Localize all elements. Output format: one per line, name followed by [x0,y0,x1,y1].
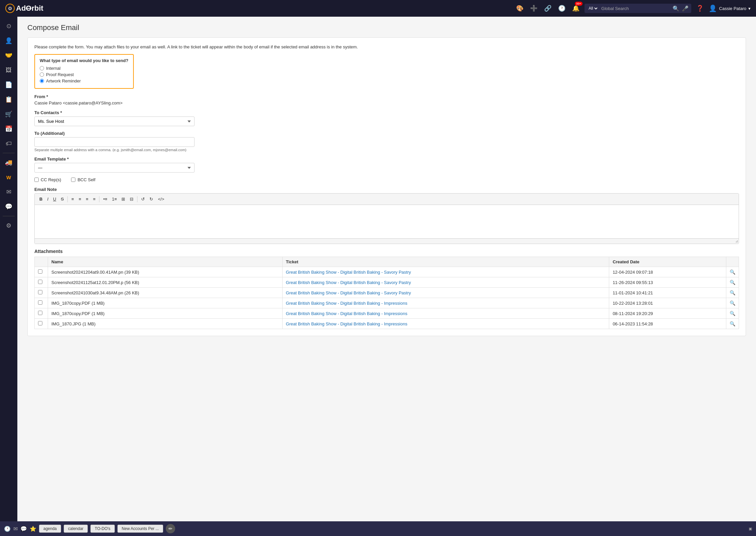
align-right-btn[interactable]: ≡ [84,196,90,203]
bcc-self-checkbox[interactable] [71,178,75,182]
italic-btn[interactable]: I [45,196,50,203]
row-checkbox-0[interactable] [38,269,42,274]
editor-toolbar: B I U S ≡ ≡ ≡ ≡ •≡ 1≡ ⊞ ⊟ [35,194,739,205]
table-row: Screenshot20241204at9.00.41AM.pn (39 KB)… [35,267,739,277]
app-logo[interactable]: ⊙ AdOrbit [5,4,43,13]
sidebar-item-tags[interactable]: 🏷 [2,137,15,150]
radio-artwork-reminder[interactable]: Artwork Reminder [40,78,128,83]
row-ticket: Great British Baking Show - Digital Brit… [282,319,609,329]
taskbar-clock-icon[interactable]: 🕐 [4,526,11,532]
row-date: 11-26-2024 09:55:13 [609,277,726,288]
voice-search-btn[interactable]: 🎤 [682,5,689,12]
bcc-self-option[interactable]: BCC Self [71,177,95,182]
taskbar-tab-todos[interactable]: TO-DO's [90,525,115,533]
to-additional-section: To (Additional) Separate multiple email … [34,131,739,152]
radio-internal-input[interactable] [40,66,44,70]
taskbar-mail-icon[interactable]: ✉ [13,526,18,532]
taskbar-tab-agenda[interactable]: agenda [39,525,61,533]
row-checkbox-2[interactable] [38,290,42,294]
col-date-header: Created Date [609,257,726,267]
outdent-btn[interactable]: ⊟ [128,196,135,203]
row-checkbox-4[interactable] [38,311,42,315]
sidebar-item-deals[interactable]: 🤝 [2,49,15,62]
row-ticket: Great British Baking Show - Digital Brit… [282,267,609,277]
ticket-link-1[interactable]: Great British Baking Show - Digital Brit… [286,280,411,285]
align-justify-btn[interactable]: ≡ [91,196,98,203]
sidebar-item-workspace[interactable]: W [2,171,15,184]
email-type-box: What type of email would you like to sen… [34,54,134,89]
topnav-icons: 🎨 ➕ 🔗 🕐 🔔 99+ All 🔍 🎤 ❓ 👤 Cassie Pataro … [514,3,751,14]
row-checkbox-1[interactable] [38,280,42,284]
sidebar-item-calendar[interactable]: 📅 [2,122,15,136]
apps-icon-btn[interactable]: 🎨 [514,3,525,14]
user-menu[interactable]: 👤 Cassie Pataro ▾ [709,4,751,12]
cc-reps-option[interactable]: CC Rep(s) [34,177,61,182]
redo-btn[interactable]: ↻ [147,196,155,203]
ticket-link-4[interactable]: Great British Baking Show - Digital Brit… [286,311,407,316]
notification-icon-btn[interactable]: 🔔 99+ [571,3,581,14]
zoom-btn-5[interactable]: 🔍 [730,321,735,326]
row-checkbox-3[interactable] [38,300,42,305]
ticket-link-0[interactable]: Great British Baking Show - Digital Brit… [286,270,411,275]
row-checkbox-5[interactable] [38,321,42,325]
strikethrough-btn[interactable]: S [59,196,66,203]
sidebar-item-mail[interactable]: ✉ [2,185,15,199]
ticket-link-3[interactable]: Great British Baking Show - Digital Brit… [286,301,407,306]
underline-btn[interactable]: U [51,196,58,203]
row-checkbox-cell [35,267,48,277]
radio-internal[interactable]: Internal [40,66,128,71]
zoom-btn-3[interactable]: 🔍 [730,300,735,306]
taskbar-tab-calendar[interactable]: calendar [64,525,88,533]
zoom-btn-4[interactable]: 🔍 [730,311,735,316]
ticket-link-2[interactable]: Great British Baking Show - Digital Brit… [286,290,411,295]
zoom-btn-0[interactable]: 🔍 [730,269,735,275]
history-icon-btn[interactable]: 🕐 [556,3,567,14]
zoom-btn-2[interactable]: 🔍 [730,290,735,295]
search-submit-btn[interactable]: 🔍 [673,5,679,12]
undo-btn[interactable]: ↺ [139,196,147,203]
ticket-link-5[interactable]: Great British Baking Show - Digital Brit… [286,321,407,326]
compose-email-form: Please complete the form. You may attach… [27,37,746,336]
unordered-list-btn[interactable]: •≡ [101,196,109,203]
taskbar-tab-new-accounts[interactable]: New Accounts Per ... [117,525,163,533]
to-contacts-select[interactable]: Ms. Sue Host [34,116,195,126]
sidebar-item-documents[interactable]: 📄 [2,78,15,91]
taskbar-edit-btn[interactable]: ✏ [166,524,175,533]
email-template-label: Email Template * [34,157,739,162]
radio-proof-request[interactable]: Proof Request [40,72,128,77]
bold-btn[interactable]: B [37,196,44,203]
table-row: Screenshot20241030at9.34.48AM.pn (26 KB)… [35,288,739,298]
sidebar-item-tasks[interactable]: 📋 [2,93,15,106]
radio-artwork-reminder-input[interactable] [40,79,44,83]
sidebar-item-dashboard[interactable]: ⊙ [2,19,15,33]
sidebar-item-media[interactable]: 🖼 [2,63,15,77]
align-center-btn[interactable]: ≡ [77,196,83,203]
source-btn[interactable]: </> [156,196,166,203]
search-filter-select[interactable]: All [587,6,599,11]
email-template-select[interactable]: — [34,163,195,173]
search-input[interactable] [601,6,670,11]
zoom-btn-1[interactable]: 🔍 [730,280,735,285]
row-zoom-cell: 🔍 [726,267,739,277]
radio-proof-request-input[interactable] [40,72,44,77]
sidebar-item-delivery[interactable]: 🚚 [2,156,15,169]
email-note-body[interactable] [35,205,739,238]
taskbar-star-icon[interactable]: ⭐ [30,526,36,532]
indent-btn[interactable]: ⊞ [119,196,127,203]
sidebar-item-chat[interactable]: 💬 [2,200,15,213]
sidebar-item-settings[interactable]: ⚙ [2,219,15,232]
help-icon-btn[interactable]: ❓ [695,3,705,14]
checkbox-row: CC Rep(s) BCC Self [34,177,739,182]
add-icon-btn[interactable]: ➕ [528,3,539,14]
sidebar-item-contacts[interactable]: 👤 [2,34,15,47]
cc-reps-checkbox[interactable] [34,178,39,182]
ordered-list-btn[interactable]: 1≡ [110,196,119,203]
row-checkbox-cell [35,308,48,319]
to-additional-input[interactable] [34,137,195,147]
email-note-label: Email Note [34,187,739,192]
sidebar-item-orders[interactable]: 🛒 [2,107,15,121]
align-left-btn[interactable]: ≡ [69,196,76,203]
taskbar-chat-icon[interactable]: 💬 [20,526,27,532]
link-icon-btn[interactable]: 🔗 [542,3,553,14]
main-content: Compose Email Please complete the form. … [17,17,756,521]
